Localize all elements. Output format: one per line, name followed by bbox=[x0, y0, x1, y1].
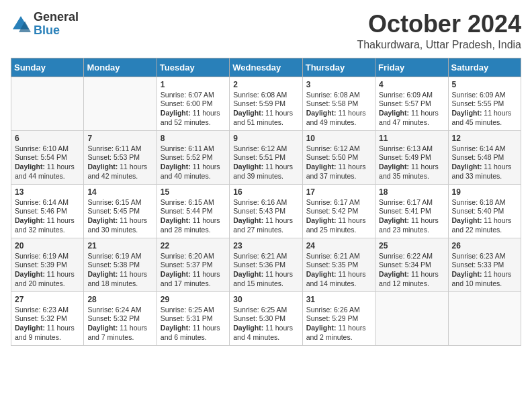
day-info: Daylight: 11 hours and 17 minutes. bbox=[161, 270, 226, 288]
day-number: 9 bbox=[233, 134, 298, 143]
day-info: Sunset: 5:55 PM bbox=[452, 99, 517, 109]
weekday-header-thursday: Thursday bbox=[302, 58, 375, 77]
calendar-cell: 21Sunrise: 6:19 AMSunset: 5:38 PMDayligh… bbox=[84, 238, 157, 291]
day-number: 16 bbox=[233, 187, 298, 197]
calendar-week-row: 1Sunrise: 6:07 AMSunset: 6:00 PMDaylight… bbox=[11, 77, 521, 130]
day-info: Daylight: 11 hours and 15 minutes. bbox=[233, 270, 298, 288]
day-info: Sunrise: 6:19 AM bbox=[15, 252, 80, 261]
logo: General Blue bbox=[11, 11, 79, 38]
calendar-cell: 28Sunrise: 6:24 AMSunset: 5:32 PMDayligh… bbox=[84, 291, 157, 345]
day-info: Daylight: 11 hours and 2 minutes. bbox=[306, 324, 371, 342]
day-info: Sunset: 5:42 PM bbox=[306, 207, 371, 216]
calendar-cell: 15Sunrise: 6:15 AMSunset: 5:44 PMDayligh… bbox=[157, 184, 229, 238]
day-info: Sunset: 5:30 PM bbox=[233, 314, 298, 324]
day-info: Sunset: 5:51 PM bbox=[233, 153, 298, 163]
calendar-cell: 27Sunrise: 6:23 AMSunset: 5:32 PMDayligh… bbox=[11, 291, 84, 345]
calendar-cell: 1Sunrise: 6:07 AMSunset: 6:00 PMDaylight… bbox=[157, 77, 229, 130]
day-info: Sunset: 5:37 PM bbox=[161, 261, 226, 270]
calendar-cell: 25Sunrise: 6:22 AMSunset: 5:34 PMDayligh… bbox=[375, 238, 448, 291]
day-info: Sunset: 5:43 PM bbox=[233, 207, 298, 216]
day-number: 24 bbox=[306, 241, 371, 250]
calendar-cell bbox=[84, 77, 157, 130]
calendar-cell: 12Sunrise: 6:14 AMSunset: 5:48 PMDayligh… bbox=[448, 130, 521, 184]
calendar-cell: 18Sunrise: 6:17 AMSunset: 5:41 PMDayligh… bbox=[375, 184, 448, 238]
day-number: 10 bbox=[306, 134, 371, 143]
day-info: Sunrise: 6:15 AM bbox=[87, 198, 152, 208]
day-info: Sunset: 5:33 PM bbox=[452, 261, 517, 270]
calendar-cell: 11Sunrise: 6:13 AMSunset: 5:49 PMDayligh… bbox=[375, 130, 448, 184]
day-number: 15 bbox=[161, 187, 226, 197]
day-number: 27 bbox=[15, 295, 80, 304]
day-number: 28 bbox=[87, 295, 152, 304]
calendar-cell: 30Sunrise: 6:25 AMSunset: 5:30 PMDayligh… bbox=[230, 291, 302, 345]
day-info: Sunrise: 6:08 AM bbox=[306, 91, 371, 100]
calendar-cell: 13Sunrise: 6:14 AMSunset: 5:46 PMDayligh… bbox=[11, 184, 84, 238]
day-number: 22 bbox=[161, 241, 226, 250]
day-info: Sunrise: 6:09 AM bbox=[452, 91, 517, 100]
day-info: Sunrise: 6:17 AM bbox=[379, 198, 444, 208]
day-info: Sunrise: 6:14 AM bbox=[452, 144, 517, 154]
day-number: 21 bbox=[87, 241, 152, 250]
calendar-cell: 29Sunrise: 6:25 AMSunset: 5:31 PMDayligh… bbox=[157, 291, 229, 345]
day-info: Sunset: 5:53 PM bbox=[87, 153, 152, 163]
calendar-cell: 4Sunrise: 6:09 AMSunset: 5:57 PMDaylight… bbox=[375, 77, 448, 130]
day-info: Sunset: 5:50 PM bbox=[306, 153, 371, 163]
weekday-header-tuesday: Tuesday bbox=[157, 58, 229, 77]
day-info: Daylight: 11 hours and 33 minutes. bbox=[452, 163, 517, 181]
day-info: Sunrise: 6:08 AM bbox=[233, 91, 298, 100]
calendar-cell: 17Sunrise: 6:17 AMSunset: 5:42 PMDayligh… bbox=[302, 184, 375, 238]
day-info: Sunset: 5:35 PM bbox=[306, 261, 371, 270]
calendar-cell: 22Sunrise: 6:20 AMSunset: 5:37 PMDayligh… bbox=[157, 238, 229, 291]
day-info: Sunrise: 6:25 AM bbox=[161, 306, 226, 315]
weekday-header-wednesday: Wednesday bbox=[230, 58, 302, 77]
day-number: 31 bbox=[306, 295, 371, 304]
day-info: Sunset: 5:49 PM bbox=[379, 153, 444, 163]
day-info: Daylight: 11 hours and 51 minutes. bbox=[233, 109, 298, 127]
day-info: Sunrise: 6:07 AM bbox=[161, 91, 226, 100]
day-info: Daylight: 11 hours and 28 minutes. bbox=[161, 216, 226, 234]
day-info: Sunrise: 6:13 AM bbox=[379, 144, 444, 154]
day-info: Daylight: 11 hours and 10 minutes. bbox=[452, 270, 517, 288]
calendar-cell: 19Sunrise: 6:18 AMSunset: 5:40 PMDayligh… bbox=[448, 184, 521, 238]
weekday-header-monday: Monday bbox=[84, 58, 157, 77]
calendar-cell: 31Sunrise: 6:26 AMSunset: 5:29 PMDayligh… bbox=[302, 291, 375, 345]
day-info: Daylight: 11 hours and 23 minutes. bbox=[379, 216, 444, 234]
weekday-header-saturday: Saturday bbox=[448, 58, 521, 77]
day-info: Sunrise: 6:23 AM bbox=[15, 306, 80, 315]
day-info: Sunrise: 6:12 AM bbox=[233, 144, 298, 154]
page-header: General Blue October 2024 Thakurdwara, U… bbox=[11, 11, 521, 51]
day-info: Sunrise: 6:18 AM bbox=[452, 198, 517, 208]
calendar-week-row: 27Sunrise: 6:23 AMSunset: 5:32 PMDayligh… bbox=[11, 291, 521, 345]
calendar-cell bbox=[448, 291, 521, 345]
day-info: Sunset: 5:44 PM bbox=[161, 207, 226, 216]
day-info: Daylight: 11 hours and 39 minutes. bbox=[233, 163, 298, 181]
day-info: Daylight: 11 hours and 9 minutes. bbox=[15, 324, 80, 342]
day-info: Sunset: 5:41 PM bbox=[379, 207, 444, 216]
day-info: Daylight: 11 hours and 18 minutes. bbox=[87, 270, 152, 288]
day-info: Sunrise: 6:24 AM bbox=[87, 306, 152, 315]
calendar-week-row: 6Sunrise: 6:10 AMSunset: 5:54 PMDaylight… bbox=[11, 130, 521, 184]
calendar-cell: 6Sunrise: 6:10 AMSunset: 5:54 PMDaylight… bbox=[11, 130, 84, 184]
day-info: Sunset: 5:45 PM bbox=[87, 207, 152, 216]
weekday-header-friday: Friday bbox=[375, 58, 448, 77]
weekday-header-sunday: Sunday bbox=[11, 58, 84, 77]
calendar-cell bbox=[11, 77, 84, 130]
day-info: Sunrise: 6:09 AM bbox=[379, 91, 444, 100]
day-info: Sunset: 5:34 PM bbox=[379, 261, 444, 270]
day-number: 19 bbox=[452, 187, 517, 197]
day-info: Sunrise: 6:26 AM bbox=[306, 306, 371, 315]
day-info: Sunrise: 6:20 AM bbox=[161, 252, 226, 261]
calendar-table: SundayMondayTuesdayWednesdayThursdayFrid… bbox=[11, 58, 521, 346]
day-info: Daylight: 11 hours and 52 minutes. bbox=[161, 109, 226, 127]
calendar-cell: 2Sunrise: 6:08 AMSunset: 5:59 PMDaylight… bbox=[230, 77, 302, 130]
calendar-cell: 20Sunrise: 6:19 AMSunset: 5:39 PMDayligh… bbox=[11, 238, 84, 291]
day-number: 7 bbox=[87, 134, 152, 143]
day-info: Daylight: 11 hours and 12 minutes. bbox=[379, 270, 444, 288]
day-info: Sunset: 5:57 PM bbox=[379, 99, 444, 109]
logo-blue-text: Blue bbox=[34, 24, 79, 38]
day-info: Daylight: 11 hours and 44 minutes. bbox=[15, 163, 80, 181]
day-info: Sunset: 5:54 PM bbox=[15, 153, 80, 163]
day-number: 5 bbox=[452, 80, 517, 89]
day-info: Sunrise: 6:23 AM bbox=[452, 252, 517, 261]
day-info: Daylight: 11 hours and 45 minutes. bbox=[452, 109, 517, 127]
